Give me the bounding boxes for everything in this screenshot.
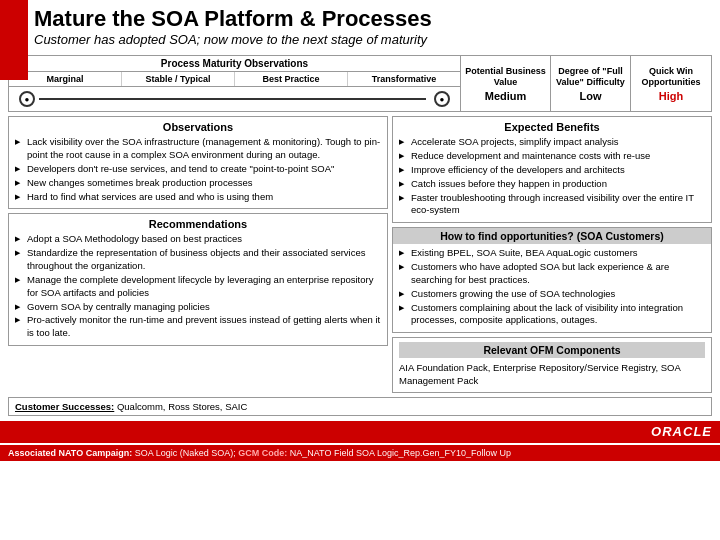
list-item: Faster troubleshooting through increased… [399, 192, 705, 218]
customer-success-value: Qualcomm, Ross Stores, SAIC [117, 401, 247, 412]
customer-success: Customer Successes: Qualcomm, Ross Store… [8, 397, 712, 416]
list-item: Reduce development and maintenance costs… [399, 150, 705, 163]
list-item: Accelerate SOA projects, simplify impact… [399, 136, 705, 149]
page-subtitle: Customer has adopted SOA; now move to th… [34, 32, 714, 47]
arrow-end-circle: ● [434, 91, 450, 107]
list-item: Catch issues before they happen in produ… [399, 178, 705, 191]
pm-col-best: Best Practice [235, 72, 348, 86]
expected-benefits-title: Expected Benefits [399, 121, 705, 133]
potential-header: Potential Business Value [463, 66, 548, 88]
oracle-logo: ORACLE [651, 424, 712, 439]
right-col: Expected Benefits Accelerate SOA project… [392, 116, 712, 392]
list-item: Customers growing the use of SOA technol… [399, 288, 705, 301]
degree-col: Degree of "Full Value" Difficulty Low [551, 56, 631, 111]
degree-header: Degree of "Full Value" Difficulty [553, 66, 628, 88]
list-item: New changes sometimes break production p… [15, 177, 381, 190]
observations-list: Lack visibility over the SOA infrastruct… [15, 136, 381, 203]
quickwin-col: Quick Win Opportunities High [631, 56, 711, 111]
left-col: Observations Lack visibility over the SO… [8, 116, 388, 392]
recommendations-box: Recommendations Adopt a SOA Methodology … [8, 213, 388, 346]
recommendations-title: Recommendations [15, 218, 381, 230]
top-row: Process Maturity Observations Marginal S… [8, 55, 712, 112]
potential-col: Potential Business Value Medium [461, 56, 551, 111]
list-item: Existing BPEL, SOA Suite, BEA AquaLogic … [399, 247, 705, 260]
red-accent-bar [0, 0, 28, 80]
main-content: Process Maturity Observations Marginal S… [0, 51, 720, 420]
relevant-text: AIA Foundation Pack, Enterprise Reposito… [399, 361, 705, 388]
expected-benefits-list: Accelerate SOA projects, simplify impact… [399, 136, 705, 217]
observations-box: Observations Lack visibility over the SO… [8, 116, 388, 209]
recommendations-list: Adopt a SOA Methodology based on best pr… [15, 233, 381, 340]
list-item: Lack visibility over the SOA infrastruct… [15, 136, 381, 162]
list-item: Developers don't re-use services, and te… [15, 163, 381, 176]
quickwin-header: Quick Win Opportunities [633, 66, 709, 88]
quickwin-value: High [633, 90, 709, 102]
page-title: Mature the SOA Platform & Processes [34, 6, 714, 32]
observations-title: Observations [15, 121, 381, 133]
pm-header: Process Maturity Observations [9, 56, 460, 72]
list-item: Pro-actively monitor the run-time and pr… [15, 314, 381, 340]
list-item: Govern SOA by centrally managing policie… [15, 301, 381, 314]
expected-benefits-box: Expected Benefits Accelerate SOA project… [392, 116, 712, 223]
relevant-box: Relevant OFM Components AIA Foundation P… [392, 337, 712, 393]
list-item: Improve efficiency of the developers and… [399, 164, 705, 177]
list-item: Adopt a SOA Methodology based on best pr… [15, 233, 381, 246]
process-maturity-section: Process Maturity Observations Marginal S… [9, 56, 461, 111]
potential-value: Medium [463, 90, 548, 102]
relevant-title: Relevant OFM Components [399, 342, 705, 358]
degree-value: Low [553, 90, 628, 102]
pm-columns: Marginal Stable / Typical Best Practice … [9, 72, 460, 87]
how-to-title: How to find opportunities? (SOA Customer… [393, 228, 711, 244]
how-to-box: How to find opportunities? (SOA Customer… [392, 227, 712, 333]
how-to-list: Existing BPEL, SOA Suite, BEA AquaLogic … [399, 247, 705, 327]
list-item: Customers complaining about the lack of … [399, 302, 705, 328]
bottom-associated: Associated NATO Campaign: SOA Logic (Nak… [8, 448, 511, 458]
pm-arrows-row: ● ● [9, 87, 460, 111]
header: Mature the SOA Platform & Processes Cust… [0, 0, 720, 51]
pm-col-transform: Transformative [348, 72, 460, 86]
list-item: Hard to find what services are used and … [15, 191, 381, 204]
footer-bar: ORACLE [0, 421, 720, 443]
list-item: Standardize the representation of busine… [15, 247, 381, 273]
list-item: Customers who have adopted SOA but lack … [399, 261, 705, 287]
list-item: Manage the complete development lifecycl… [15, 274, 381, 300]
bottom-bar: Associated NATO Campaign: SOA Logic (Nak… [0, 445, 720, 461]
arrow-start-circle: ● [19, 91, 35, 107]
customer-success-label: Customer Successes: [15, 401, 114, 412]
pm-col-stable: Stable / Typical [122, 72, 235, 86]
middle-section: Observations Lack visibility over the SO… [8, 116, 712, 392]
